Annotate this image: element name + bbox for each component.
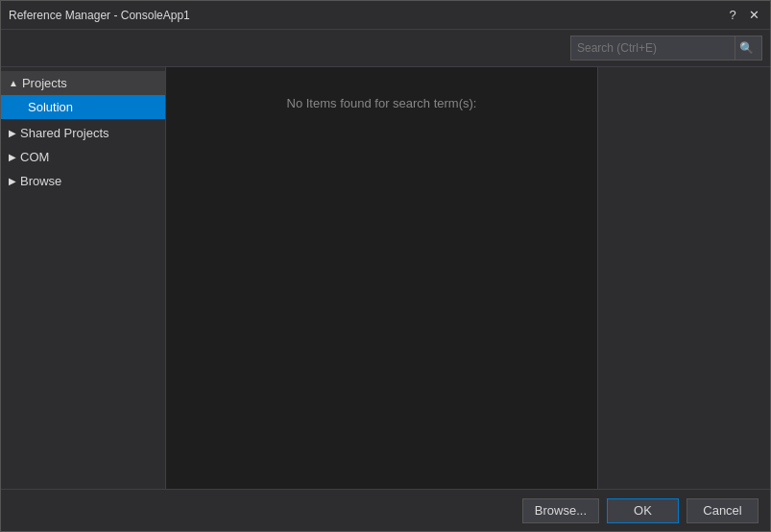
sidebar-item-browse-label: Browse [20,174,61,188]
sidebar-group-header-projects[interactable]: ▲ Projects [1,71,165,95]
window-title: Reference Manager - ConsoleApp1 [9,9,190,22]
search-button[interactable]: 🔍 [735,36,758,60]
sidebar-group-label-projects: Projects [22,76,67,90]
help-button[interactable]: ? [724,7,741,24]
cancel-button[interactable]: Cancel [687,498,759,523]
search-bar: 🔍 [1,30,770,67]
sidebar-item-solution-label: Solution [28,100,73,114]
title-bar: Reference Manager - ConsoleApp1 ? ✕ [1,1,770,30]
dialog-window: Reference Manager - ConsoleApp1 ? ✕ 🔍 ▲ [0,0,771,532]
sidebar: ▲ Projects Solution ▶ Shared Projects ▶ … [1,67,166,489]
content-area: No Items found for search term(s): [166,67,597,489]
browse-button[interactable]: Browse... [522,498,599,523]
main-content: 🔍 ▲ Projects Solution [1,30,770,489]
search-input[interactable] [571,38,735,58]
chevron-up-icon: ▲ [9,78,18,88]
footer: Browse... OK Cancel [1,489,770,531]
sidebar-item-shared-projects[interactable]: ▶ Shared Projects [1,121,165,145]
sidebar-item-browse[interactable]: ▶ Browse [1,169,165,193]
sidebar-item-shared-projects-label: Shared Projects [20,126,109,140]
ok-button[interactable]: OK [607,498,679,523]
search-container: 🔍 [570,36,762,60]
sidebar-item-com[interactable]: ▶ COM [1,145,165,169]
chevron-right-icon-shared: ▶ [9,128,16,138]
sidebar-item-solution[interactable]: Solution [1,95,165,119]
title-controls: ? ✕ [724,7,762,24]
search-icon: 🔍 [739,41,754,55]
right-panel [597,67,770,489]
chevron-right-icon-com: ▶ [9,152,16,162]
empty-message: No Items found for search term(s): [287,96,477,110]
sidebar-group-projects: ▲ Projects Solution [1,71,165,119]
close-button[interactable]: ✕ [745,7,762,24]
chevron-right-icon-browse: ▶ [9,176,16,186]
sidebar-item-com-label: COM [20,150,49,164]
body-area: ▲ Projects Solution ▶ Shared Projects ▶ … [1,67,770,489]
